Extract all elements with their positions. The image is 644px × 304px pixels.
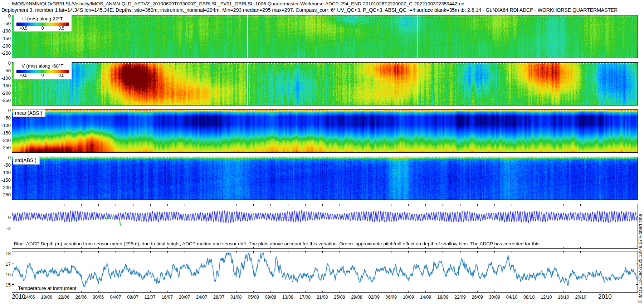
x-tick-label: 04/07 xyxy=(110,295,121,300)
x-tick-label: 01/08 xyxy=(230,295,241,300)
y-tick-label: -250 xyxy=(0,98,11,103)
x-tick-label: 12/10 xyxy=(541,295,552,300)
v-colorbar-ticks: -0.5 0 0.5 xyxy=(16,73,69,78)
adcp-figure: IMOS/ANMN/QLD/GBRLSL/Velocity/IMOS_ANMN-… xyxy=(0,0,644,304)
y-tick-label: -2 xyxy=(0,226,11,231)
x-tick-label: 25/08 xyxy=(334,295,345,300)
y-tick-label: -200 xyxy=(0,138,11,143)
figure-title: IMOS/ANMN/QLD/GBRLSL/Velocity/IMOS_ANMN-… xyxy=(12,1,438,6)
v-velocity-heatmap xyxy=(12,63,638,105)
y-tick-label: -100 xyxy=(0,170,11,175)
x-tick-label: 20/10 xyxy=(575,295,586,300)
y-tick-label: 18 xyxy=(0,251,11,256)
panel-depth-variation: Blue: ADCP Depth (m) variation from sens… xyxy=(12,204,638,249)
x-tick-label: 29/08 xyxy=(351,295,362,300)
x-tick-label: 14/06 xyxy=(24,295,35,300)
x-tick-label: 26/06 xyxy=(75,295,87,300)
x-tick-label: 16/07 xyxy=(162,295,173,300)
y-tick-label: 17 xyxy=(0,261,11,267)
panel-mean-absi: mean(ABSI) 0-50-100-150-200-250 xyxy=(12,109,638,153)
y-tick-label: -100 xyxy=(0,28,11,34)
copyright-vertical-text: © IMOS 13-Dec-2025 18:49:57 Hobart time xyxy=(638,153,643,303)
colorbar-tick-label: 0 xyxy=(42,26,44,31)
y-tick-label: 0 xyxy=(0,215,11,220)
x-tick-label: 02/09 xyxy=(369,295,380,300)
temperature-label: Temperature at instrument xyxy=(17,285,77,291)
x-tick-label: 28/07 xyxy=(213,295,224,300)
x-tick-label: 21/08 xyxy=(317,295,328,300)
x-tick-label: 22/09 xyxy=(454,295,465,300)
y-tick-label: 15 xyxy=(0,282,11,288)
y-tick-label: 16 xyxy=(0,272,11,277)
x-tick-label: 17/08 xyxy=(299,295,311,300)
depth-variation-note: Blue: ADCP Depth (m) variation from sens… xyxy=(14,241,541,246)
y-tick-label: 0 xyxy=(0,108,11,113)
std-absi-label: std(ABSI) xyxy=(13,157,39,164)
panel-temperature: Temperature at instrument 18171615 xyxy=(12,251,638,293)
y-tick-label: -50 xyxy=(0,162,11,168)
y-tick-label: -50 xyxy=(0,21,11,26)
y-tick-label: -250 xyxy=(0,50,11,56)
x-tick-label: 12/07 xyxy=(144,295,155,300)
mean-absi-heatmap xyxy=(12,110,638,152)
x-axis-date-labels: 14/0618/0622/0626/0630/0604/0708/0712/07… xyxy=(12,295,638,303)
colorbar-tick-label: -0.5 xyxy=(20,26,28,31)
colorbar-tick-label: 0.5 xyxy=(58,73,64,78)
std-absi-heatmap xyxy=(12,157,638,200)
panel-v-velocity: V (m/s) along -68°T -0.5 0 0.5 0-50-100-… xyxy=(12,62,638,106)
y-tick-label: -150 xyxy=(0,36,11,41)
x-tick-label: 14/09 xyxy=(420,295,431,300)
x-tick-label: 06/09 xyxy=(386,295,397,300)
mean-absi-label: mean(ABSI) xyxy=(13,109,45,117)
panel-u-velocity: U (m/s) along 22°T -0.5 0 0.5 0-50-100-1… xyxy=(12,15,638,58)
legend-v-title: V (m/s) along -68°T xyxy=(14,63,72,69)
y-tick-label: -200 xyxy=(0,43,11,49)
x-tick-label: 10/09 xyxy=(403,295,414,300)
y-tick-label: -50 xyxy=(0,115,11,121)
x-tick-label: 24/07 xyxy=(196,295,207,300)
year-start-label: 2010 xyxy=(12,293,25,300)
temperature-lineplot xyxy=(12,251,638,292)
x-tick-label: 20/07 xyxy=(179,295,190,300)
x-tick-label: 22/06 xyxy=(58,295,69,300)
legend-u-title: U (m/s) along 22°T xyxy=(14,16,72,21)
legend-v-velocity: V (m/s) along -68°T -0.5 0 0.5 xyxy=(13,62,72,79)
panel-std-absi: std(ABSI) 0-50-100-150-200-250 xyxy=(12,157,638,200)
y-tick-label: -200 xyxy=(0,185,11,190)
y-tick-label: 0 xyxy=(0,155,11,160)
x-tick-label: 08/10 xyxy=(523,295,535,300)
colorbar-tick-label: 0 xyxy=(42,73,44,78)
v-colorbar xyxy=(16,70,69,73)
x-tick-label: 05/08 xyxy=(248,295,259,300)
y-tick-label: -150 xyxy=(0,130,11,136)
y-tick-label: -150 xyxy=(0,177,11,183)
x-tick-label: 09/08 xyxy=(265,295,276,300)
x-tick-label: 13/08 xyxy=(282,295,293,300)
year-end-label: 2010 xyxy=(598,293,612,300)
y-tick-label: 0 xyxy=(0,60,11,66)
x-tick-label: 26/09 xyxy=(472,295,483,300)
x-tick-label: 04/10 xyxy=(506,295,517,300)
colorbar-tick-label: 0.5 xyxy=(58,26,64,31)
figure-subtitle: Deployment 3, member 1 lat=14.34S lon=14… xyxy=(1,7,618,13)
x-tick-label: 30/09 xyxy=(489,295,500,300)
x-tick-label: 18/06 xyxy=(41,295,52,300)
y-tick-label: -50 xyxy=(0,68,11,73)
x-tick-label: 18/09 xyxy=(437,295,448,300)
y-tick-label: -150 xyxy=(0,83,11,88)
y-tick-label: -250 xyxy=(0,192,11,197)
colorbar-tick-label: -0.5 xyxy=(20,73,28,78)
y-tick-label: -100 xyxy=(0,123,11,128)
legend-u-velocity: U (m/s) along 22°T -0.5 0 0.5 xyxy=(13,15,72,32)
y-tick-label: -100 xyxy=(0,75,11,81)
y-tick-label: -250 xyxy=(0,145,11,150)
u-velocity-heatmap xyxy=(12,15,638,58)
x-tick-label: 08/07 xyxy=(127,295,138,300)
u-colorbar xyxy=(16,23,69,26)
x-tick-label: 16/10 xyxy=(558,295,569,300)
x-tick-label: 30/06 xyxy=(93,295,104,300)
y-tick-label: 0 xyxy=(0,13,11,19)
y-tick-label: -200 xyxy=(0,90,11,96)
u-colorbar-ticks: -0.5 0 0.5 xyxy=(16,26,69,31)
